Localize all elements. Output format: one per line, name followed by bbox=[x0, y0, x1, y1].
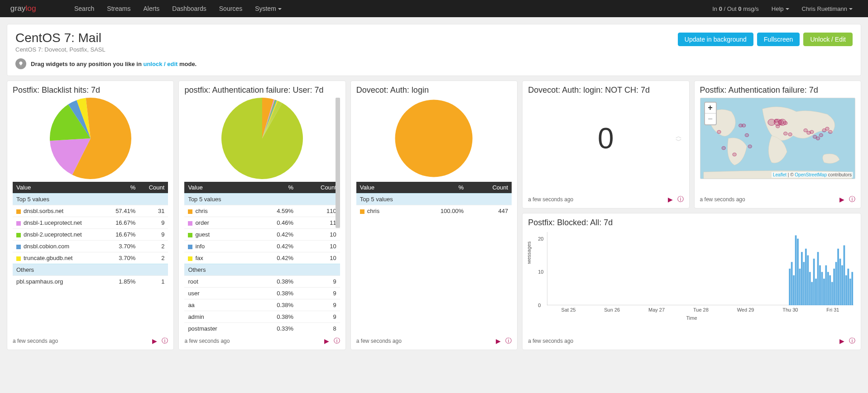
main-nav: Search Streams Alerts Dashboards Sources… bbox=[68, 0, 288, 17]
nav-streams[interactable]: Streams bbox=[101, 0, 137, 17]
sort-icon: ︿﹀ bbox=[676, 134, 682, 143]
svg-rect-44 bbox=[821, 272, 823, 305]
info-icon[interactable]: ⓘ bbox=[162, 337, 168, 345]
svg-rect-36 bbox=[805, 249, 807, 305]
svg-point-13 bbox=[776, 125, 779, 128]
world-map[interactable]: + − Leaflet | © OpenStreetMap contributo… bbox=[700, 98, 855, 179]
table-row[interactable]: postmaster0.33%8 bbox=[184, 323, 340, 335]
info-icon[interactable]: ⓘ bbox=[849, 337, 855, 345]
svg-text:graylog: graylog bbox=[10, 4, 36, 13]
table-row[interactable]: root0.38%9 bbox=[184, 276, 340, 288]
table-row[interactable]: dnsbl-1.uceprotect.net16.67%9 bbox=[13, 217, 168, 229]
osm-link[interactable]: OpenStreetMap bbox=[795, 172, 827, 177]
info-icon[interactable]: ⓘ bbox=[334, 337, 340, 345]
throughput-indicator: In 0 / Out 0 msg/s bbox=[706, 1, 765, 17]
table-row[interactable]: aa0.38%9 bbox=[184, 299, 340, 311]
updated-time: a few seconds ago bbox=[184, 338, 230, 344]
help-menu[interactable]: Help bbox=[765, 1, 796, 17]
table-row[interactable]: chris100.00%447 bbox=[356, 205, 512, 217]
unlock-edit-button[interactable]: Unlock / Edit bbox=[803, 33, 853, 46]
widget-dovecot-auth-login: Dovecot: Auth: login Value % Count Top 5… bbox=[350, 80, 518, 350]
pie-chart bbox=[393, 98, 475, 179]
svg-rect-38 bbox=[809, 272, 811, 305]
play-icon[interactable]: ▶ bbox=[668, 196, 673, 203]
svg-point-4 bbox=[722, 147, 725, 150]
leaflet-link[interactable]: Leaflet bbox=[773, 172, 786, 177]
table-row[interactable]: user0.38%9 bbox=[184, 288, 340, 299]
tip-text: Drag widgets to any position you like in… bbox=[31, 61, 197, 67]
table-row[interactable]: truncate.gbudb.net3.70%2 bbox=[13, 252, 168, 264]
table-row[interactable]: order0.46%11 bbox=[184, 217, 340, 229]
table-row[interactable]: admin0.38%9 bbox=[184, 311, 340, 323]
svg-rect-28 bbox=[789, 269, 791, 305]
widget-postfix-blacklist: Postfix: Blacklist hits: 7d Value % Coun… bbox=[7, 80, 174, 350]
svg-point-5 bbox=[733, 153, 736, 156]
fullscreen-button[interactable]: Fullscreen bbox=[757, 33, 800, 46]
zoom-out-button[interactable]: − bbox=[705, 114, 716, 124]
nav-system[interactable]: System bbox=[249, 0, 288, 17]
svg-point-19 bbox=[804, 129, 807, 132]
brand-logo[interactable]: graylog bbox=[9, 4, 54, 14]
nav-sources[interactable]: Sources bbox=[213, 0, 249, 17]
update-in-background-button[interactable]: Update in background bbox=[678, 33, 753, 46]
table-row[interactable]: dnsbl.sorbs.net57.41%31 bbox=[13, 205, 168, 217]
play-icon[interactable]: ▶ bbox=[324, 337, 329, 345]
widget-title: Postfix: Authentication failure: 7d bbox=[700, 85, 855, 95]
widget-postfix-authfail-user: postfix: Authentication failure: User: 7… bbox=[178, 80, 345, 350]
updated-time: a few seconds ago bbox=[13, 338, 58, 344]
unlock-edit-link[interactable]: unlock / edit bbox=[143, 61, 177, 67]
svg-point-17 bbox=[783, 132, 787, 135]
play-icon[interactable]: ▶ bbox=[839, 337, 844, 345]
info-icon[interactable]: ⓘ bbox=[677, 195, 684, 204]
svg-rect-40 bbox=[813, 259, 815, 305]
scrollbar[interactable] bbox=[336, 98, 340, 228]
zoom-in-button[interactable]: + bbox=[705, 103, 716, 114]
col-count: Count bbox=[139, 182, 168, 194]
svg-rect-53 bbox=[839, 259, 841, 305]
page-header: CentOS 7: Mail CentOS 7: Dovecot, Postfi… bbox=[7, 24, 861, 76]
table-row[interactable]: dnsbl-2.uceprotect.net16.67%9 bbox=[13, 229, 168, 241]
info-icon[interactable]: ⓘ bbox=[849, 195, 855, 204]
nav-dashboards[interactable]: Dashboards bbox=[166, 0, 213, 17]
dashboard-grid: Postfix: Blacklist hits: 7d Value % Coun… bbox=[7, 80, 861, 350]
page-subtitle: CentOS 7: Dovecot, Postfix, SASL bbox=[15, 46, 853, 53]
nav-alerts[interactable]: Alerts bbox=[137, 0, 166, 17]
svg-rect-32 bbox=[797, 239, 799, 305]
table-row[interactable]: info0.42%10 bbox=[184, 241, 340, 252]
navbar: graylog Search Streams Alerts Dashboards… bbox=[0, 0, 868, 17]
lightbulb-icon bbox=[15, 58, 26, 69]
table-row[interactable]: fax0.42%10 bbox=[184, 252, 340, 264]
svg-point-26 bbox=[825, 127, 829, 130]
svg-rect-58 bbox=[849, 279, 851, 305]
info-icon[interactable]: ⓘ bbox=[505, 337, 512, 345]
svg-rect-54 bbox=[841, 265, 843, 305]
widget-dovecot-not-ch: Dovecot: Auth: login: NOT CH: 7d 0 ︿﹀ a … bbox=[522, 80, 689, 208]
table-row[interactable]: guest0.42%10 bbox=[184, 229, 340, 241]
updated-time: a few seconds ago bbox=[356, 338, 402, 344]
chevron-down-icon bbox=[849, 8, 853, 10]
pie-chart bbox=[221, 98, 303, 179]
table-row[interactable]: pbl.spamhaus.org1.85%1 bbox=[13, 276, 168, 288]
svg-rect-59 bbox=[852, 272, 854, 305]
table-row[interactable]: dnsbl.cobion.com3.70%2 bbox=[13, 241, 168, 252]
updated-time: a few seconds ago bbox=[700, 196, 745, 203]
svg-rect-37 bbox=[807, 256, 809, 305]
data-table: Value % Count Top 5 valuesdnsbl.sorbs.ne… bbox=[13, 182, 168, 287]
svg-rect-29 bbox=[791, 262, 793, 305]
svg-rect-33 bbox=[799, 269, 801, 305]
table-row[interactable]: chris4.59%110 bbox=[184, 205, 340, 217]
svg-point-21 bbox=[810, 130, 813, 133]
play-icon[interactable]: ▶ bbox=[839, 196, 844, 203]
svg-point-18 bbox=[788, 133, 792, 136]
map-zoom-controls: + − bbox=[704, 102, 717, 125]
big-number-value: 0 ︿﹀ bbox=[528, 98, 683, 179]
play-icon[interactable]: ▶ bbox=[496, 337, 501, 345]
play-icon[interactable]: ▶ bbox=[152, 337, 157, 345]
widget-postfix-authfail-map: Postfix: Authentication failure: 7d bbox=[694, 80, 861, 208]
svg-point-3 bbox=[717, 130, 720, 133]
svg-rect-45 bbox=[823, 279, 825, 305]
svg-rect-46 bbox=[825, 265, 827, 305]
svg-rect-30 bbox=[793, 275, 795, 305]
nav-search[interactable]: Search bbox=[68, 0, 101, 17]
user-menu[interactable]: Chris Ruettimann bbox=[796, 1, 859, 17]
